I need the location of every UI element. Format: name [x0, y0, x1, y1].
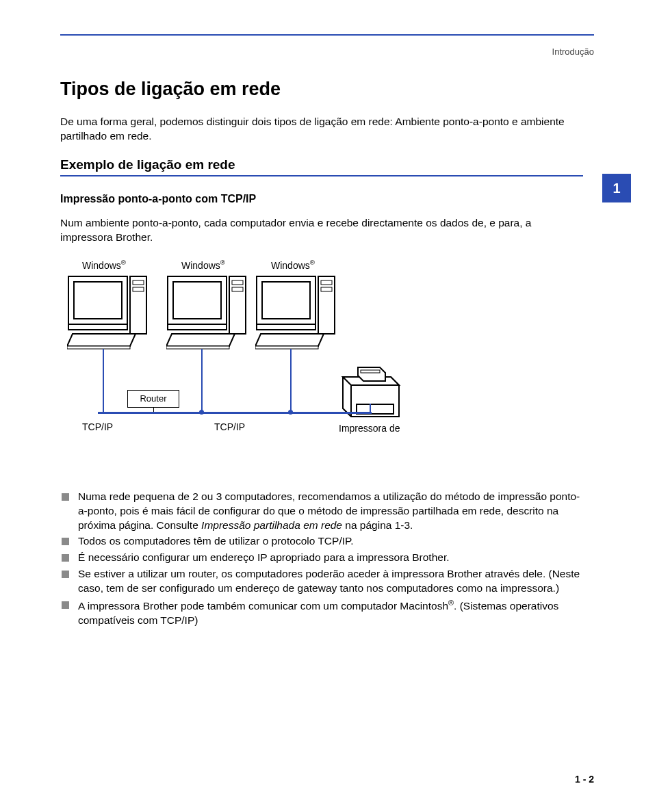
router-box: Router — [127, 390, 179, 408]
list-item: Numa rede pequena de 2 ou 3 computadores… — [62, 490, 583, 533]
reg-mark: ® — [220, 259, 225, 266]
pc2-label: Windows® — [181, 259, 225, 271]
bullet-italic: Impressão partilhada em rede — [201, 519, 342, 531]
connector-line — [290, 349, 292, 412]
list-item: A impressora Brother pode também comunic… — [62, 598, 583, 628]
computer-icon — [67, 275, 149, 350]
section-heading: Exemplo de ligação em rede — [60, 157, 583, 172]
chapter-tab: 1 — [602, 174, 631, 202]
bullet-text: na página 1-3. — [342, 519, 413, 531]
svg-rect-7 — [67, 346, 130, 349]
connector-line — [370, 404, 371, 412]
reg-mark: ® — [121, 259, 126, 266]
junction-dot — [288, 410, 293, 415]
list-item: Todos os computadores têm de utilizar o … — [62, 534, 583, 549]
subsection-heading: Impressão ponto-a-ponto com TCP/IP — [60, 193, 583, 205]
svg-rect-2 — [130, 276, 146, 334]
svg-rect-18 — [318, 276, 335, 334]
svg-rect-5 — [68, 324, 127, 330]
svg-marker-22 — [255, 334, 324, 346]
pc1-label: Windows® — [82, 259, 126, 271]
reg-mark: ® — [448, 599, 454, 607]
list-item: É necessário configurar um endereço IP a… — [62, 551, 583, 565]
svg-rect-9 — [173, 282, 221, 319]
svg-rect-13 — [168, 324, 227, 330]
svg-rect-10 — [229, 276, 246, 334]
tcpip-label-left: TCP/IP — [82, 421, 113, 432]
svg-rect-21 — [257, 324, 315, 330]
network-diagram: Windows® Windows® Windows® — [60, 259, 443, 471]
tcpip-label-mid: TCP/IP — [214, 421, 245, 432]
chapter-number: 1 — [613, 181, 620, 196]
bullet-text: A impressora Brother pode também comunic… — [78, 600, 448, 612]
top-rule — [60, 34, 594, 36]
svg-marker-6 — [67, 334, 136, 346]
header-section-name: Introdução — [552, 47, 594, 57]
subsection-body: Num ambiente ponto-a-ponto, cada computa… — [60, 216, 583, 245]
bullet-list: Numa rede pequena de 2 ou 3 computadores… — [62, 490, 583, 628]
connector-line — [103, 349, 104, 412]
pc2-label-text: Windows — [181, 259, 220, 270]
intro-paragraph: De uma forma geral, podemos distinguir d… — [60, 115, 583, 144]
pc3-label-text: Windows — [271, 259, 310, 270]
list-item: Se estiver a utilizar um router, os comp… — [62, 567, 583, 596]
connector-line — [201, 349, 203, 412]
svg-rect-15 — [166, 346, 229, 349]
junction-dot — [199, 410, 204, 415]
printer-label: Impressora de — [339, 423, 400, 434]
page-content: Tipos de ligação em rede De uma forma ge… — [60, 79, 583, 630]
reg-mark: ® — [310, 259, 315, 266]
svg-marker-27 — [358, 367, 385, 381]
pc1-label-text: Windows — [82, 259, 121, 270]
svg-marker-14 — [166, 334, 235, 346]
page-number: 1 - 2 — [575, 774, 594, 785]
pc3-label: Windows® — [271, 259, 315, 271]
svg-rect-17 — [262, 282, 310, 319]
network-line — [98, 412, 372, 414]
router-label: Router — [140, 393, 166, 404]
computer-icon — [166, 275, 248, 350]
svg-rect-1 — [74, 282, 122, 319]
page-title: Tipos de ligação em rede — [60, 79, 583, 100]
svg-rect-23 — [255, 346, 318, 349]
computer-icon — [255, 275, 337, 350]
heading-underline — [60, 175, 583, 176]
